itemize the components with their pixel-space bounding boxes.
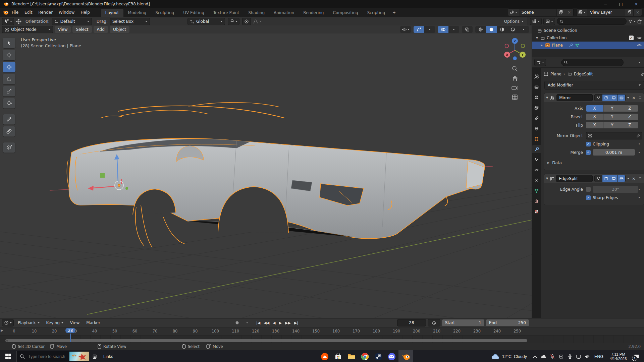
timeline-ruler[interactable]: ▶ 01020304050607080901001101201301401501… bbox=[0, 327, 644, 335]
modifier-extras-chevron[interactable] bbox=[627, 178, 629, 179]
tab-view-layer[interactable] bbox=[532, 104, 541, 112]
links-toolbar-icon[interactable] bbox=[89, 350, 101, 362]
axis-neg-x-dot[interactable] bbox=[505, 44, 509, 48]
gizmo-green-dot[interactable] bbox=[125, 187, 128, 190]
chevron-down-icon[interactable] bbox=[638, 62, 640, 63]
mirror-bisect-x-button[interactable]: X bbox=[586, 114, 603, 120]
timeline-scrollbar[interactable] bbox=[5, 339, 527, 342]
disclosure-triangle-icon[interactable]: ▼ bbox=[535, 37, 539, 40]
tab-sculpting[interactable]: Sculpting bbox=[151, 9, 178, 17]
edgesplit-realtime-button[interactable] bbox=[610, 175, 618, 182]
tab-uv-editing[interactable]: UV Editing bbox=[179, 9, 209, 17]
tool-3d-cursor[interactable] bbox=[3, 50, 15, 60]
search-highlight-image[interactable] bbox=[69, 352, 89, 361]
overlays-options-button[interactable] bbox=[448, 26, 459, 33]
view-layer-name[interactable]: View Layer bbox=[587, 10, 625, 15]
mirror-axis-x-button[interactable]: X bbox=[586, 105, 603, 112]
outliner-row-collection[interactable]: ▼ Collection ✓ bbox=[532, 34, 644, 42]
tab-constraints[interactable] bbox=[532, 176, 541, 184]
shading-solid-button[interactable] bbox=[486, 26, 497, 33]
edgesplit-show-on-cage-button[interactable] bbox=[595, 175, 602, 182]
tab-object-data[interactable] bbox=[532, 187, 541, 195]
action-center-button[interactable]: 1 bbox=[631, 350, 643, 362]
animate-dot-icon[interactable]: • bbox=[638, 195, 641, 200]
shading-wireframe-button[interactable] bbox=[475, 26, 486, 33]
current-frame-field[interactable]: 28 bbox=[397, 319, 426, 326]
jump-to-end-button[interactable]: ▶| bbox=[294, 321, 298, 325]
start-frame-field[interactable]: Start 1 bbox=[442, 319, 484, 326]
app-soundcloud[interactable] bbox=[318, 350, 331, 362]
tab-layout[interactable]: Layout bbox=[101, 9, 123, 17]
tab-modifiers[interactable] bbox=[532, 145, 541, 153]
move-gizmo-icon[interactable] bbox=[15, 18, 22, 24]
zoom-view-icon[interactable] bbox=[512, 65, 518, 72]
close-button[interactable]: × bbox=[629, 0, 644, 8]
app-microsoft-store[interactable] bbox=[331, 350, 345, 362]
clipping-checkbox[interactable]: ✓ bbox=[586, 142, 591, 146]
car-model[interactable] bbox=[67, 103, 485, 247]
proportional-edit-button[interactable] bbox=[242, 18, 251, 25]
blender-menu-icon[interactable] bbox=[2, 10, 9, 15]
eyedropper-icon[interactable] bbox=[636, 134, 640, 138]
sharp-edges-checkbox[interactable]: ✓ bbox=[586, 195, 591, 200]
mirror-bisect-y-button[interactable]: Y bbox=[603, 114, 621, 120]
add-workspace-button[interactable]: + bbox=[390, 9, 398, 17]
play-reverse-button[interactable]: ◀ bbox=[273, 321, 275, 325]
outliner-row-scene-collection[interactable]: Scene Collection bbox=[532, 27, 644, 34]
remove-modifier-button[interactable]: × bbox=[631, 176, 637, 181]
view-layer-browse-button[interactable] bbox=[577, 9, 587, 16]
tray-chevron-up-icon[interactable] bbox=[531, 350, 539, 362]
mirror-flip-z-button[interactable]: Z bbox=[621, 122, 638, 128]
camera-view-icon[interactable] bbox=[511, 85, 519, 91]
tray-onedrive-icon[interactable] bbox=[540, 350, 548, 362]
tab-modeling[interactable]: Modeling bbox=[124, 9, 151, 17]
active-tool-fallback-button[interactable] bbox=[2, 18, 14, 25]
mirror-object-field[interactable] bbox=[586, 132, 642, 139]
next-keyframe-button[interactable]: ▶▶ bbox=[285, 321, 291, 325]
tray-volume-icon[interactable] bbox=[583, 350, 591, 362]
app-chrome[interactable] bbox=[358, 350, 372, 362]
tool-annotate[interactable] bbox=[3, 114, 15, 125]
toggle-xray-button[interactable] bbox=[462, 26, 473, 33]
outliner-search[interactable] bbox=[557, 18, 627, 25]
viewport-3d[interactable]: Object Mode View Select Add Object bbox=[0, 25, 532, 318]
app-file-explorer[interactable] bbox=[345, 350, 358, 362]
new-collection-icon[interactable] bbox=[637, 19, 642, 24]
tab-tool[interactable] bbox=[532, 72, 541, 80]
tool-add-cube[interactable] bbox=[3, 142, 15, 153]
edge-angle-field[interactable]: 30° bbox=[593, 186, 638, 193]
shading-options-button[interactable] bbox=[518, 26, 529, 33]
mode-dropdown[interactable]: Object Mode bbox=[2, 26, 53, 33]
tab-scene[interactable] bbox=[532, 114, 541, 122]
tray-snip-icon[interactable] bbox=[557, 350, 565, 362]
outliner-filter-display-button[interactable] bbox=[543, 18, 555, 25]
tab-animation[interactable]: Animation bbox=[269, 9, 299, 17]
app-steam[interactable] bbox=[372, 350, 385, 362]
gizmo-plane-handle[interactable] bbox=[100, 173, 105, 178]
tray-language[interactable]: ENG bbox=[592, 354, 606, 359]
outliner-row-plane[interactable]: ▶ Plane bbox=[532, 42, 644, 49]
viewport-menu-view[interactable]: View bbox=[55, 26, 71, 33]
transform-pivot-dropdown[interactable]: Global bbox=[187, 18, 225, 25]
remove-view-layer-button[interactable]: × bbox=[633, 9, 642, 16]
timeline-menu-marker[interactable]: Marker bbox=[84, 320, 103, 325]
shading-material-button[interactable] bbox=[497, 26, 507, 33]
menu-window[interactable]: Window bbox=[56, 10, 77, 15]
drag-dropdown[interactable]: Select Box bbox=[110, 18, 150, 25]
show-overlays-button[interactable] bbox=[438, 26, 448, 33]
taskbar-weather[interactable]: 12°C Cloudy bbox=[488, 354, 530, 360]
drag-handle-icon[interactable] bbox=[638, 96, 642, 100]
tab-material[interactable] bbox=[532, 197, 541, 205]
timeline-playhead[interactable]: 28 bbox=[65, 328, 76, 333]
add-modifier-button[interactable]: Add Modifier bbox=[544, 81, 644, 89]
ruler-expand-icon[interactable]: ▶ bbox=[1, 328, 3, 332]
breadcrumb-object[interactable]: Plane bbox=[550, 72, 561, 76]
timeline-editor-type-button[interactable] bbox=[2, 319, 14, 326]
mirror-show-on-cage-button[interactable] bbox=[595, 95, 602, 101]
outliner-display-mode-button[interactable] bbox=[530, 18, 542, 25]
pin-icon[interactable] bbox=[640, 72, 644, 76]
mirror-flip-x-button[interactable]: X bbox=[586, 122, 603, 128]
menu-file[interactable]: File bbox=[9, 10, 21, 15]
tab-scripting[interactable]: Scripting bbox=[363, 9, 389, 17]
collection-checkbox[interactable]: ✓ bbox=[629, 36, 634, 40]
